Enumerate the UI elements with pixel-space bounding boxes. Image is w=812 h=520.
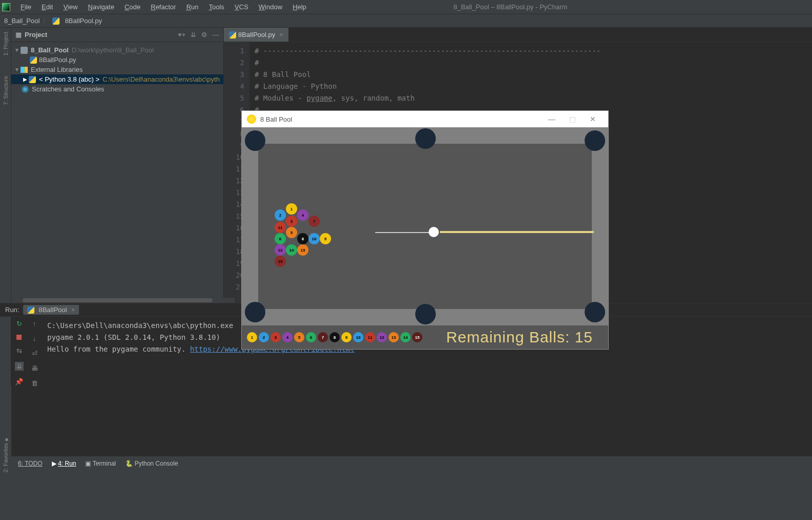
menu-file[interactable]: File bbox=[15, 3, 36, 11]
scratches-icon bbox=[22, 86, 29, 93]
project-panel-title: Project bbox=[25, 31, 176, 38]
ball-2: 2 bbox=[275, 209, 286, 221]
run-tab[interactable]: 8BallPool × bbox=[23, 305, 79, 315]
pycharm-icon bbox=[2, 3, 10, 11]
ball-7: 7 bbox=[308, 216, 320, 227]
print-icon[interactable]: 🖶 bbox=[31, 364, 38, 372]
rerun-icon[interactable]: ↻ bbox=[16, 320, 22, 328]
cue-ball bbox=[429, 227, 439, 237]
menu-refactor[interactable]: Refactor bbox=[146, 3, 181, 11]
tree-interpreter[interactable]: ▶ < Python 3.8 (abc) > C:\Users\Dell\ana… bbox=[11, 74, 223, 84]
ball-11: 11 bbox=[275, 222, 286, 233]
project-tree: ▼ 8_Ball_PoolD:\work\python\8_Ball_Pool … bbox=[11, 42, 223, 97]
left-gutter: 1: Project 7: Structure bbox=[0, 28, 11, 303]
ball-14: 14 bbox=[286, 244, 297, 256]
left-tab-project[interactable]: 1: Project bbox=[3, 32, 9, 55]
breadcrumb-file[interactable]: 8BallPool.py bbox=[65, 17, 102, 25]
ball-12: 12 bbox=[275, 244, 286, 256]
layout-icon[interactable]: ⇆ bbox=[16, 347, 22, 355]
run-controls-2: ↑ ↓ ⏎ 🖶 🗑 bbox=[27, 317, 42, 456]
ball-3: 3 bbox=[286, 216, 297, 227]
python-file-icon bbox=[52, 17, 60, 25]
menu-navigate[interactable]: Navigate bbox=[83, 3, 119, 11]
project-panel-header: ▦ Project ▾ ⌖ ⇊ ⚙ — bbox=[11, 28, 223, 42]
ball-15: 15 bbox=[275, 256, 286, 267]
left-tab-structure[interactable]: 7: Structure bbox=[3, 76, 9, 105]
tree-file[interactable]: 8BallPool.py bbox=[11, 55, 223, 65]
up-icon[interactable]: ↑ bbox=[33, 320, 36, 328]
breadcrumb-project[interactable]: 8_Ball_Pool bbox=[4, 17, 40, 25]
ball-5: 5 bbox=[286, 227, 297, 238]
tree-ext-lib[interactable]: ▼ External Libraries bbox=[11, 65, 223, 74]
hud-ball-13: 13 bbox=[389, 332, 399, 342]
close-button[interactable]: ✕ bbox=[583, 115, 603, 123]
pocket bbox=[585, 130, 605, 151]
python-icon bbox=[29, 76, 36, 83]
hud-ball-14: 14 bbox=[400, 332, 411, 342]
pygame-icon bbox=[247, 114, 256, 124]
menu-vcs[interactable]: VCS bbox=[229, 3, 254, 11]
run-controls: ↻ ⇆ ⇊ 📌 bbox=[11, 317, 27, 456]
pocket bbox=[415, 304, 436, 324]
aim-line bbox=[375, 232, 432, 233]
locate-icon[interactable]: ⌖ bbox=[182, 31, 185, 39]
project-scrollbar[interactable] bbox=[23, 298, 235, 303]
left-tab-favorites[interactable]: 2: Favorites bbox=[3, 443, 9, 472]
menubar: FileEditViewNavigateCodeRefactorRunTools… bbox=[0, 0, 812, 14]
close-icon[interactable]: × bbox=[279, 31, 283, 38]
stop-icon[interactable] bbox=[16, 335, 22, 340]
status-run[interactable]: ▶ 4: Run bbox=[52, 460, 76, 467]
breadcrumb: 8_Ball_Pool 〉 8BallPool.py bbox=[0, 14, 812, 28]
hud-ball-11: 11 bbox=[365, 332, 375, 342]
maximize-button[interactable]: ▢ bbox=[562, 115, 583, 123]
remaining-balls: Remaining Balls: 15 bbox=[446, 329, 603, 346]
hud-ball-7: 7 bbox=[318, 332, 328, 342]
ball-4: 4 bbox=[297, 209, 308, 221]
breadcrumb-separator: 〉 bbox=[43, 16, 49, 26]
menu-window[interactable]: Window bbox=[254, 3, 287, 11]
hud-ball-3: 3 bbox=[270, 332, 281, 342]
pygame-window: 8 Ball Pool — ▢ ✕ 123456789101112131415 … bbox=[241, 110, 609, 350]
menu-tools[interactable]: Tools bbox=[204, 3, 229, 11]
down-icon[interactable]: ↓ bbox=[33, 335, 36, 342]
hide-icon[interactable]: — bbox=[212, 31, 219, 39]
menu-run[interactable]: Run bbox=[181, 3, 204, 11]
hud-ball-4: 4 bbox=[282, 332, 293, 342]
python-file-icon bbox=[27, 306, 34, 314]
python-file-icon bbox=[229, 31, 236, 38]
ball-10: 10 bbox=[308, 233, 320, 244]
game-canvas[interactable]: 123456789101112131415 123456789101112131… bbox=[242, 127, 608, 349]
menu-help[interactable]: Help bbox=[287, 3, 312, 11]
minimize-button[interactable]: — bbox=[542, 115, 562, 123]
hud-ball-10: 10 bbox=[353, 332, 363, 342]
ball-8: 8 bbox=[297, 233, 308, 244]
pocket bbox=[245, 130, 265, 151]
settings-icon[interactable]: ⚙ bbox=[201, 31, 207, 39]
status-pyconsole[interactable]: 🐍 Python Console bbox=[125, 460, 178, 467]
hud-ball-2: 2 bbox=[259, 332, 269, 342]
collapse-icon[interactable]: ⇊ bbox=[190, 31, 196, 39]
status-todo[interactable]: 6: TODO bbox=[18, 460, 43, 467]
pocket bbox=[415, 128, 436, 149]
editor-tab-bar: 8BallPool.py × bbox=[224, 28, 812, 42]
tree-scratches[interactable]: Scratches and Consoles bbox=[11, 84, 223, 94]
menu-edit[interactable]: Edit bbox=[36, 3, 58, 11]
menu-code[interactable]: Code bbox=[120, 3, 146, 11]
status-terminal[interactable]: ▣ Terminal bbox=[85, 460, 115, 467]
hud-ball-9: 9 bbox=[341, 332, 352, 342]
trash-icon[interactable]: 🗑 bbox=[31, 379, 38, 387]
layout2-icon[interactable]: ⇊ bbox=[15, 362, 24, 371]
tree-root[interactable]: ▼ 8_Ball_PoolD:\work\python\8_Ball_Pool bbox=[11, 45, 223, 55]
editor-tab-label: 8BallPool.py bbox=[238, 31, 275, 38]
game-titlebar[interactable]: 8 Ball Pool — ▢ ✕ bbox=[242, 111, 608, 127]
hud-ball-15: 15 bbox=[412, 332, 422, 342]
python-file-icon bbox=[30, 56, 37, 64]
menu-view[interactable]: View bbox=[58, 3, 83, 11]
wrap-icon[interactable]: ⏎ bbox=[32, 350, 37, 357]
libraries-icon bbox=[21, 67, 28, 73]
pin-icon[interactable]: 📌 bbox=[15, 378, 23, 386]
left-tab-favorites-wrap: ★ 2: Favorites bbox=[0, 385, 11, 477]
hud-ball-6: 6 bbox=[306, 332, 316, 342]
run-label: Run: bbox=[5, 306, 19, 314]
editor-tab[interactable]: 8BallPool.py × bbox=[224, 28, 289, 42]
